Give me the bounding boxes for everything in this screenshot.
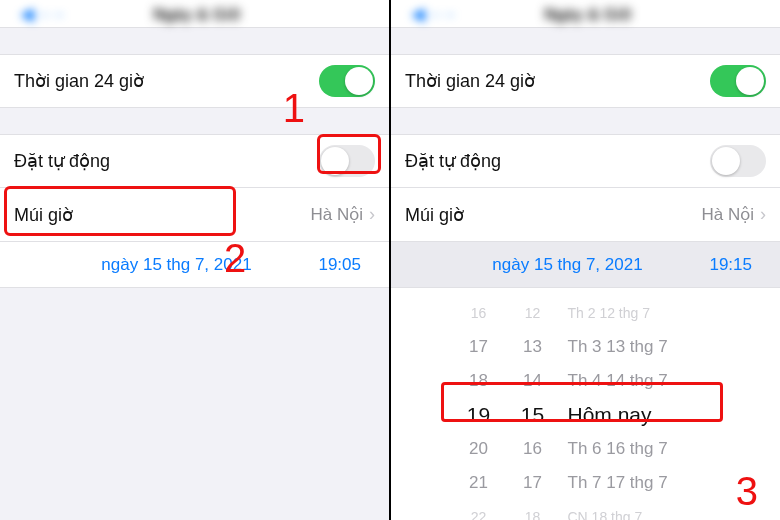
switch-autoset[interactable] <box>319 145 375 177</box>
row-24-hour-time[interactable]: Thời gian 24 giờ <box>0 54 389 108</box>
picker-minute[interactable]: 17 <box>506 473 560 493</box>
picker-minute[interactable]: 15 <box>506 403 560 427</box>
label-date: ngày 15 thg 7, 2021 <box>48 255 305 275</box>
datetime-picker[interactable]: 1612Th 2 12 thg 71713Th 3 13 thg 71814Th… <box>391 288 780 520</box>
picker-row[interactable]: 1713Th 3 13 thg 7 <box>391 330 780 364</box>
label-time: 19:05 <box>305 255 361 275</box>
picker-hour[interactable]: 18 <box>452 371 506 391</box>
picker-hour[interactable]: 16 <box>452 305 506 321</box>
picker-minute[interactable]: 13 <box>506 337 560 357</box>
picker-day[interactable]: Th 4 14 thg 7 <box>560 371 720 391</box>
label-date: ngày 15 thg 7, 2021 <box>439 255 696 275</box>
label-timezone: Múi giờ <box>405 204 701 226</box>
picker-minute[interactable]: 16 <box>506 439 560 459</box>
nav-header: ◀︎ ·· ·· Ngày & Giờ <box>0 0 389 28</box>
picker-day[interactable]: Th 3 13 thg 7 <box>560 337 720 357</box>
label-24-hour: Thời gian 24 giờ <box>14 70 319 92</box>
switch-24-hour[interactable] <box>710 65 766 97</box>
switch-autoset[interactable] <box>710 145 766 177</box>
picker-hour[interactable]: 20 <box>452 439 506 459</box>
picker-hour[interactable]: 21 <box>452 473 506 493</box>
picker-day[interactable]: Th 6 16 thg 7 <box>560 439 720 459</box>
picker-minute[interactable]: 18 <box>506 509 560 520</box>
label-autoset: Đặt tự động <box>405 150 710 172</box>
picker-day[interactable]: Th 2 12 thg 7 <box>560 305 720 321</box>
value-timezone: Hà Nội <box>310 204 363 225</box>
chevron-right-icon: › <box>760 204 766 225</box>
row-set-automatically[interactable]: Đặt tự động <box>391 134 780 188</box>
row-24-hour-time[interactable]: Thời gian 24 giờ <box>391 54 780 108</box>
switch-24-hour[interactable] <box>319 65 375 97</box>
picker-day[interactable]: CN 18 thg 7 <box>560 509 720 520</box>
picker-hour[interactable]: 19 <box>452 403 506 427</box>
row-set-automatically[interactable]: Đặt tự động <box>0 134 389 188</box>
left-screenshot: ◀︎ ·· ·· Ngày & Giờ Thời gian 24 giờ Đặt… <box>0 0 389 520</box>
right-screenshot: ◀︎ ·· ·· Ngày & Giờ Thời gian 24 giờ Đặt… <box>391 0 780 520</box>
picker-hour[interactable]: 17 <box>452 337 506 357</box>
picker-hour[interactable]: 22 <box>452 509 506 520</box>
nav-header: ◀︎ ·· ·· Ngày & Giờ <box>391 0 780 28</box>
picker-row[interactable]: 2117Th 7 17 thg 7 <box>391 466 780 500</box>
label-autoset: Đặt tự động <box>14 150 319 172</box>
picker-day[interactable]: Th 7 17 thg 7 <box>560 473 720 493</box>
row-timezone[interactable]: Múi giờ Hà Nội › <box>0 188 389 242</box>
picker-row[interactable]: 1915Hôm nay <box>391 398 780 432</box>
row-datetime[interactable]: ngày 15 thg 7, 2021 19:15 <box>391 242 780 288</box>
label-time: 19:15 <box>696 255 752 275</box>
picker-row[interactable]: 2218CN 18 thg 7 <box>391 500 780 520</box>
page-title: Ngày & Giờ <box>405 5 770 24</box>
picker-minute[interactable]: 14 <box>506 371 560 391</box>
label-24-hour: Thời gian 24 giờ <box>405 70 710 92</box>
row-datetime[interactable]: ngày 15 thg 7, 2021 19:05 <box>0 242 389 288</box>
chevron-right-icon: › <box>369 204 375 225</box>
picker-minute[interactable]: 12 <box>506 305 560 321</box>
picker-row[interactable]: 1814Th 4 14 thg 7 <box>391 364 780 398</box>
page-title: Ngày & Giờ <box>14 5 379 24</box>
value-timezone: Hà Nội <box>701 204 754 225</box>
label-timezone: Múi giờ <box>14 204 310 226</box>
picker-day[interactable]: Hôm nay <box>560 403 720 427</box>
picker-row[interactable]: 1612Th 2 12 thg 7 <box>391 296 780 330</box>
row-timezone[interactable]: Múi giờ Hà Nội › <box>391 188 780 242</box>
picker-row[interactable]: 2016Th 6 16 thg 7 <box>391 432 780 466</box>
